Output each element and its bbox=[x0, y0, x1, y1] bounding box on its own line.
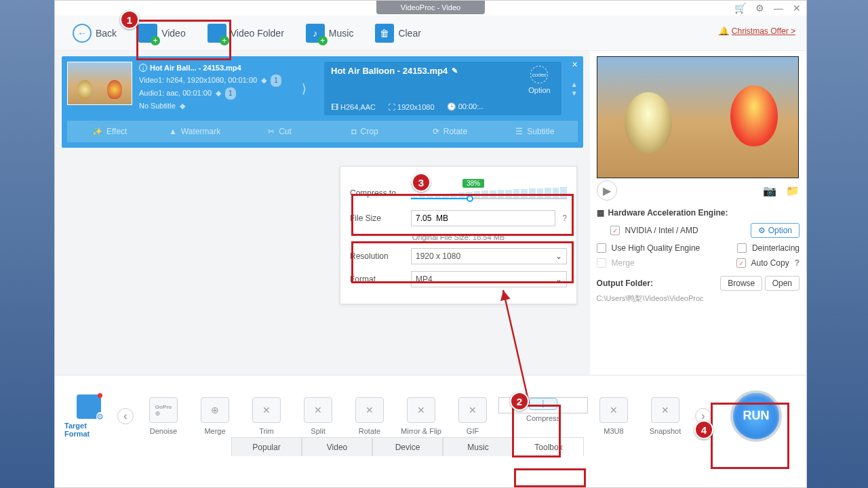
add-music-button[interactable]: ♪+ Music bbox=[295, 20, 365, 47]
tab-video[interactable]: Video bbox=[302, 437, 372, 456]
autocopy-checkbox[interactable] bbox=[736, 258, 746, 268]
gear-icon: ⚙ bbox=[758, 226, 766, 235]
scroll-left-button[interactable]: ‹ bbox=[117, 408, 134, 424]
open-button[interactable]: Open bbox=[765, 276, 800, 291]
codec-option[interactable]: codec Option bbox=[528, 66, 550, 94]
browse-button[interactable]: Browse bbox=[720, 276, 762, 291]
codec-icon: codec bbox=[530, 66, 548, 83]
deint-checkbox[interactable] bbox=[737, 243, 747, 253]
app-window: VideoProc - Video 🛒 ⚙ — ✕ ← Back + Video… bbox=[54, 0, 807, 488]
trash-icon: 🗑 bbox=[375, 24, 394, 43]
close-icon[interactable]: ✕ bbox=[793, 3, 801, 14]
video-card[interactable]: × iHot Air Ball... - 24153.mp4 Video1: h… bbox=[62, 56, 583, 148]
snapshot-icon[interactable]: 📷 bbox=[763, 184, 776, 197]
add-folder-button[interactable]: + Video Folder bbox=[197, 20, 295, 47]
offer-link[interactable]: 🔔 Christmas Offer > bbox=[719, 26, 795, 36]
compress-slider[interactable]: 38% bbox=[411, 183, 567, 203]
stamp-icon: ▲ bbox=[169, 127, 177, 136]
cut-button[interactable]: ✂Cut bbox=[237, 121, 322, 142]
video-icon: + bbox=[138, 24, 157, 43]
edit-toolbar: ✨Effect ▲Watermark ✂Cut ◘Crop ⟳Rotate ☰S… bbox=[67, 121, 578, 142]
tab-toolbox[interactable]: Toolbox bbox=[513, 437, 584, 456]
fmt-trim[interactable]: ✕Trim bbox=[241, 397, 292, 435]
folder-label: Video Folder bbox=[231, 28, 284, 39]
tab-device[interactable]: Device bbox=[372, 437, 443, 456]
run-button[interactable]: RUN bbox=[730, 390, 782, 442]
tab-music[interactable]: Music bbox=[443, 437, 513, 456]
subtitle-button[interactable]: ☰Subtitle bbox=[492, 121, 577, 142]
annot-badge-1: 1 bbox=[120, 10, 139, 29]
remove-card-icon[interactable]: × bbox=[572, 59, 577, 70]
sort-icon[interactable]: ◆ bbox=[180, 100, 185, 112]
minimize-icon[interactable]: — bbox=[774, 3, 783, 14]
watermark-button[interactable]: ▲Watermark bbox=[152, 121, 237, 142]
res-label: Resolution bbox=[350, 251, 404, 261]
cart-icon[interactable]: 🛒 bbox=[734, 3, 746, 14]
chevron-icon: ⌄ bbox=[555, 251, 562, 261]
target-format[interactable]: ⚙ Target Format bbox=[64, 394, 113, 438]
edit-title-icon[interactable]: ✎ bbox=[452, 66, 458, 75]
settings-icon[interactable]: ⚙ bbox=[755, 3, 764, 14]
back-icon: ← bbox=[73, 24, 92, 43]
fmt-denoise[interactable]: GoPro◎Denoise bbox=[138, 397, 189, 435]
tab-popular[interactable]: Popular bbox=[231, 437, 302, 456]
back-button[interactable]: ← Back bbox=[62, 20, 127, 47]
top-toolbar: ← Back + Video + Video Folder ♪+ Music 🗑… bbox=[55, 16, 806, 51]
rotate-button[interactable]: ⟳Rotate bbox=[408, 121, 492, 142]
chip-icon: ▦ bbox=[597, 208, 604, 218]
output-title: Hot Air Balloon - 24153.mp4 bbox=[331, 66, 448, 76]
compress-panel: Compress to 38% File Size ? Original Fil… bbox=[340, 166, 577, 304]
open-folder-icon[interactable]: 📁 bbox=[786, 184, 800, 197]
fmt-m3u8[interactable]: ✕M3U8 bbox=[588, 397, 639, 435]
nvidia-label: NVIDIA / Intel / AMD bbox=[625, 226, 698, 235]
audio-index-pill[interactable]: 1 bbox=[225, 87, 236, 100]
video-label: Video bbox=[161, 28, 186, 39]
offer-text: Christmas Offer > bbox=[732, 26, 795, 36]
effect-button[interactable]: ✨Effect bbox=[67, 121, 152, 142]
window-title: VideoProc - Video bbox=[376, 1, 485, 14]
fmt-label: Format bbox=[350, 274, 404, 284]
fmt-mirror[interactable]: ✕Mirror & Flip bbox=[395, 397, 447, 435]
scissors-icon: ✂ bbox=[268, 127, 275, 136]
music-icon: ♪+ bbox=[306, 24, 325, 43]
clear-label: Clear bbox=[398, 28, 420, 39]
sort-icon[interactable]: ◆ bbox=[261, 74, 267, 86]
title-icons: 🛒 ⚙ — ✕ bbox=[734, 1, 801, 16]
preview-image bbox=[597, 56, 799, 178]
help-icon[interactable]: ? bbox=[795, 258, 800, 268]
original-size: Original File Size: 18.54 MB bbox=[350, 233, 567, 241]
subtitle-icon: ☰ bbox=[515, 127, 523, 136]
deint-label: Deinterlacing bbox=[752, 243, 800, 253]
filesize-input[interactable] bbox=[411, 210, 555, 226]
mirror-icon: ✕ bbox=[407, 397, 435, 423]
output-title-row: Hot Air Balloon - 24153.mp4 ✎ bbox=[331, 66, 458, 76]
sort-icon[interactable]: ◆ bbox=[216, 87, 221, 99]
main-area: × iHot Air Ball... - 24153.mp4 Video1: h… bbox=[55, 51, 806, 375]
res-select[interactable]: 1920 x 1080⌄ bbox=[411, 248, 567, 264]
clock-icon: 🕒 00:00:.. bbox=[447, 102, 484, 111]
move-down-icon[interactable]: ▼ bbox=[571, 89, 578, 97]
info-icon[interactable]: i bbox=[139, 64, 147, 72]
source-thumb bbox=[67, 62, 132, 105]
clear-button[interactable]: 🗑 Clear bbox=[364, 20, 431, 47]
video-index-pill[interactable]: 1 bbox=[271, 75, 281, 87]
fmt-merge[interactable]: ⊕Merge bbox=[189, 397, 241, 435]
bell-icon: 🔔 bbox=[719, 26, 729, 36]
move-up-icon[interactable]: ▲ bbox=[571, 81, 578, 88]
help-icon[interactable]: ? bbox=[562, 214, 567, 223]
hq-checkbox[interactable] bbox=[597, 243, 606, 253]
annot-badge-4: 4 bbox=[694, 420, 713, 439]
fmt-split[interactable]: ✕Split bbox=[292, 397, 344, 435]
titlebar: VideoProc - Video 🛒 ⚙ — ✕ bbox=[55, 1, 806, 16]
gif-icon: ✕ bbox=[458, 397, 487, 423]
annot-arrow bbox=[488, 285, 542, 407]
play-button[interactable]: ▶ bbox=[597, 180, 617, 201]
subtitle-line: No Subtitle bbox=[139, 102, 176, 110]
crop-button[interactable]: ◘Crop bbox=[322, 121, 407, 142]
autocopy-label: Auto Copy bbox=[751, 258, 789, 268]
fmt-rotate[interactable]: ✕Rotate bbox=[344, 397, 395, 435]
fmt-snapshot[interactable]: ✕Snapshot bbox=[639, 397, 691, 435]
hw-option-button[interactable]: ⚙Option bbox=[751, 223, 800, 238]
nvidia-checkbox[interactable] bbox=[610, 226, 620, 235]
src-title: Hot Air Ball... - 24153.mp4 bbox=[150, 62, 241, 74]
